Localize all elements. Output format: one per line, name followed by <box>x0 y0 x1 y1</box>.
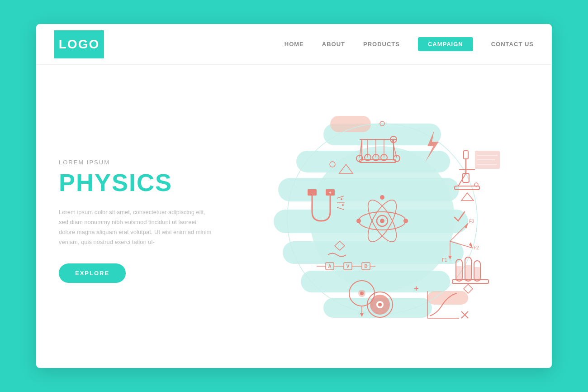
main-title: PHYSICS <box>59 169 231 196</box>
svg-point-42 <box>341 198 342 200</box>
svg-text:A: A <box>328 264 331 269</box>
header: LOGO HOME ABOUT PRODUCTS CAMPAIGN CONTAC… <box>36 24 552 65</box>
svg-text:F3: F3 <box>469 219 474 224</box>
svg-rect-77 <box>474 267 480 281</box>
illustration: - + <box>251 85 513 348</box>
svg-text:+: + <box>329 191 331 195</box>
nav: HOME ABOUT PRODUCTS CAMPAIGN CONTACT US <box>285 37 534 51</box>
svg-text:F2: F2 <box>474 245 479 250</box>
physics-illustration-svg: - + <box>251 85 513 348</box>
logo: LOGO <box>54 30 104 58</box>
svg-point-45 <box>380 219 384 223</box>
right-panel: - + <box>231 83 534 350</box>
nav-item-about[interactable]: ABOUT <box>322 41 345 48</box>
svg-rect-73 <box>456 266 462 281</box>
svg-text:B: B <box>364 264 367 269</box>
svg-marker-96 <box>461 193 474 201</box>
nav-item-campaign[interactable]: CAMPAIGN <box>418 37 473 51</box>
svg-rect-75 <box>465 265 471 281</box>
explore-button[interactable]: EXPLORE <box>59 263 126 283</box>
svg-rect-29 <box>464 151 468 159</box>
svg-point-80 <box>360 292 364 295</box>
svg-rect-7 <box>330 116 371 132</box>
left-panel: LOREM IPSUM PHYSICS Lorem ipsum dolor si… <box>59 83 231 350</box>
svg-point-86 <box>378 303 382 306</box>
page-card: LOGO HOME ABOUT PRODUCTS CAMPAIGN CONTAC… <box>36 24 552 368</box>
svg-point-43 <box>342 204 344 206</box>
subtitle: LOREM IPSUM <box>59 159 231 166</box>
svg-text:F1: F1 <box>442 258 447 263</box>
description: Lorem ipsum dolor sit amet, consectetuer… <box>59 207 213 247</box>
svg-text:V: V <box>346 264 350 269</box>
svg-line-34 <box>458 173 466 186</box>
svg-text:+: + <box>414 284 419 293</box>
main-content: LOREM IPSUM PHYSICS Lorem ipsum dolor si… <box>36 65 552 368</box>
svg-point-50 <box>356 219 361 223</box>
svg-point-49 <box>403 219 408 223</box>
svg-text:-: - <box>312 191 313 195</box>
nav-item-home[interactable]: HOME <box>285 41 304 48</box>
svg-marker-98 <box>464 284 473 293</box>
nav-item-products[interactable]: PRODUCTS <box>363 41 400 48</box>
svg-point-51 <box>380 195 384 200</box>
nav-item-contact[interactable]: CONTACT US <box>491 41 534 48</box>
